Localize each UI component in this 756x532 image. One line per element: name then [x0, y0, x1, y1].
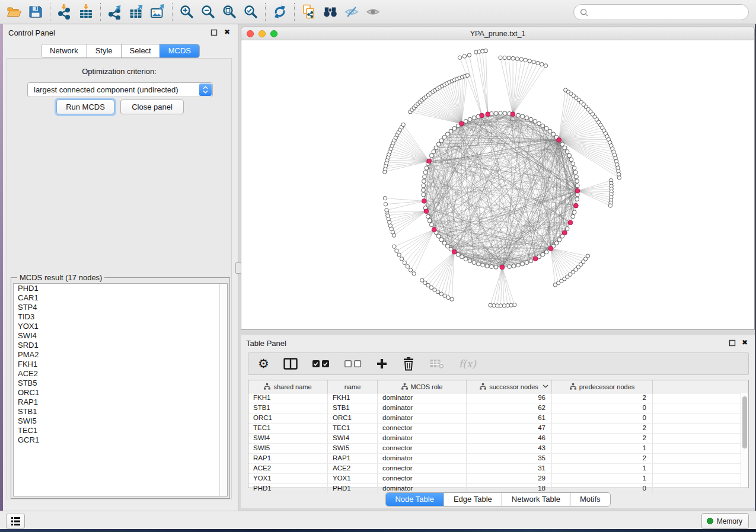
- mcds-hub-node[interactable]: [427, 159, 432, 164]
- network-node[interactable]: [516, 113, 521, 117]
- network-node[interactable]: [422, 193, 426, 197]
- table-row[interactable]: SWI4SWI4dominator462: [248, 434, 748, 444]
- network-leaf-node[interactable]: [519, 57, 523, 61]
- network-leaf-node[interactable]: [553, 283, 557, 287]
- mcds-result-item[interactable]: YOX1: [14, 322, 227, 331]
- memory-button[interactable]: Memory: [701, 513, 749, 529]
- table-row[interactable]: ACE2ACE2connector311: [248, 464, 748, 474]
- network-node[interactable]: [436, 234, 441, 238]
- network-node[interactable]: [472, 261, 476, 265]
- tab-select[interactable]: Select: [121, 44, 160, 57]
- network-leaf-node[interactable]: [528, 59, 531, 63]
- mcds-hub-node[interactable]: [486, 112, 490, 117]
- mcds-hub-node[interactable]: [568, 220, 573, 225]
- mcds-result-item[interactable]: TEC1: [14, 426, 227, 435]
- mcds-list-scrollbar[interactable]: [219, 284, 227, 496]
- network-leaf-node[interactable]: [540, 62, 544, 66]
- network-node[interactable]: [422, 188, 426, 193]
- network-node[interactable]: [575, 197, 579, 201]
- mcds-hub-node[interactable]: [557, 137, 562, 142]
- network-leaf-node[interactable]: [450, 297, 454, 301]
- network-node[interactable]: [521, 262, 525, 266]
- network-leaf-node[interactable]: [393, 245, 396, 248]
- network-node[interactable]: [429, 223, 433, 227]
- network-leaf-node[interactable]: [383, 196, 387, 200]
- network-node[interactable]: [485, 264, 489, 268]
- network-leaf-node[interactable]: [439, 292, 443, 296]
- zoom-fit-icon[interactable]: [219, 2, 240, 21]
- network-leaf-node[interactable]: [465, 73, 469, 77]
- network-node[interactable]: [436, 142, 441, 146]
- network-leaf-node[interactable]: [420, 278, 424, 282]
- network-node[interactable]: [529, 117, 533, 121]
- network-node[interactable]: [445, 132, 449, 136]
- network-node[interactable]: [557, 238, 562, 242]
- network-leaf-node[interactable]: [515, 57, 519, 60]
- import-network-icon[interactable]: [54, 2, 75, 21]
- export-network-icon[interactable]: [104, 2, 126, 21]
- column-header-successor-nodes[interactable]: successor nodes: [467, 380, 552, 393]
- close-panel-icon[interactable]: ✖: [742, 338, 748, 347]
- network-leaf-node[interactable]: [617, 176, 621, 180]
- network-node[interactable]: [560, 142, 564, 146]
- network-node[interactable]: [569, 158, 573, 162]
- network-node[interactable]: [572, 210, 576, 214]
- network-node[interactable]: [533, 119, 537, 123]
- mcds-result-item[interactable]: SWI4: [14, 331, 227, 341]
- mcds-result-item[interactable]: SWI5: [14, 416, 227, 426]
- mcds-hub-node[interactable]: [424, 209, 429, 214]
- delete-column-icon[interactable]: [402, 355, 415, 373]
- network-node[interactable]: [422, 184, 426, 188]
- splitter-grip[interactable]: [235, 262, 241, 274]
- network-leaf-node[interactable]: [384, 203, 387, 206]
- network-leaf-node[interactable]: [446, 296, 450, 299]
- network-node[interactable]: [544, 126, 548, 130]
- network-node[interactable]: [565, 150, 569, 154]
- network-node[interactable]: [426, 214, 430, 219]
- network-node[interactable]: [464, 257, 468, 261]
- network-node[interactable]: [460, 255, 464, 259]
- table-row[interactable]: TEC1TEC1connector472: [248, 424, 748, 434]
- close-panel-button[interactable]: Close panel: [120, 100, 184, 114]
- table-scrollbar[interactable]: [741, 393, 748, 488]
- table-row[interactable]: YOX1YOX1connector291: [248, 474, 748, 484]
- table-tab-network-table[interactable]: Network Table: [502, 493, 570, 506]
- mcds-result-item[interactable]: CAR1: [14, 293, 227, 303]
- mcds-result-item[interactable]: STB5: [14, 379, 227, 388]
- column-header-mcds-role[interactable]: MCDS role: [378, 380, 467, 393]
- zoom-in-icon[interactable]: [176, 2, 197, 21]
- network-node[interactable]: [468, 117, 472, 121]
- network-node[interactable]: [565, 227, 569, 231]
- select-all-checkboxes-icon[interactable]: [312, 355, 330, 373]
- network-node[interactable]: [525, 261, 529, 265]
- network-node[interactable]: [422, 180, 426, 184]
- network-leaf-node[interactable]: [400, 257, 403, 261]
- network-node[interactable]: [516, 263, 521, 267]
- network-leaf-node[interactable]: [458, 56, 461, 59]
- float-panel-icon[interactable]: [729, 339, 736, 347]
- network-node[interactable]: [508, 265, 512, 269]
- network-leaf-node[interactable]: [395, 249, 398, 252]
- table-tab-edge-table[interactable]: Edge Table: [444, 493, 502, 506]
- mcds-hub-node[interactable]: [573, 203, 578, 208]
- table-tab-node-table[interactable]: Node Table: [385, 493, 444, 506]
- add-column-icon[interactable]: [376, 355, 388, 373]
- show-all-eye-icon[interactable]: [362, 2, 384, 21]
- network-node[interactable]: [456, 252, 460, 257]
- task-history-button[interactable]: [6, 514, 25, 528]
- network-leaf-node[interactable]: [406, 265, 409, 268]
- network-node[interactable]: [548, 129, 552, 133]
- network-node[interactable]: [432, 150, 436, 154]
- network-node[interactable]: [572, 166, 576, 170]
- network-node[interactable]: [521, 114, 525, 118]
- float-panel-icon[interactable]: [210, 29, 218, 36]
- network-leaf-node[interactable]: [385, 209, 388, 212]
- mcds-hub-node[interactable]: [500, 265, 505, 270]
- mcds-result-item[interactable]: SRD1: [14, 341, 227, 350]
- tab-network[interactable]: Network: [42, 44, 87, 57]
- network-node[interactable]: [541, 252, 545, 257]
- mcds-result-item[interactable]: STP4: [14, 303, 227, 312]
- network-node[interactable]: [541, 124, 545, 128]
- network-node[interactable]: [423, 171, 428, 175]
- network-window-titlebar[interactable]: YPA_prune.txt_1: [241, 27, 754, 40]
